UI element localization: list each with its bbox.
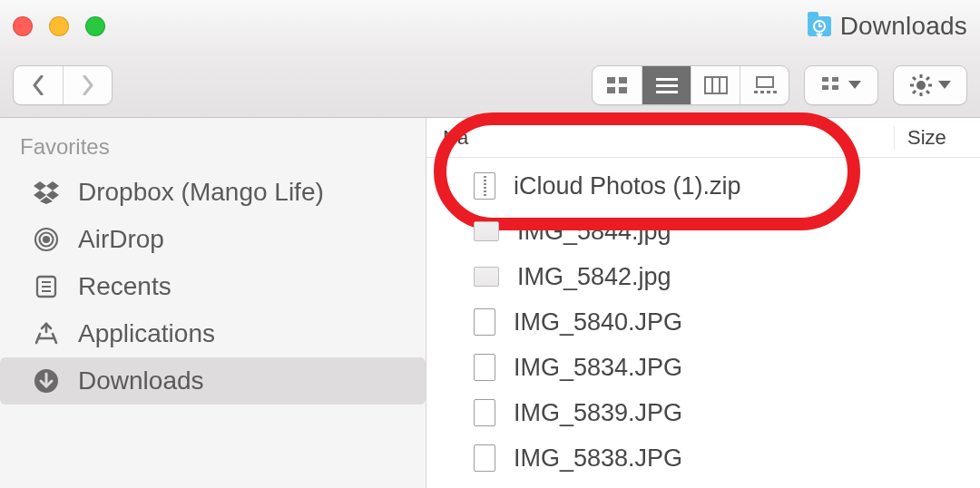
column-header-size-label: Size	[907, 126, 946, 149]
file-name: IMG_5839.JPG	[514, 399, 682, 427]
sidebar-section-header: Favorites	[0, 134, 426, 169]
file-row[interactable]: IMG_5839.JPG	[426, 390, 980, 435]
file-icon	[474, 444, 495, 472]
folder-icon	[808, 16, 831, 36]
image-file-icon	[474, 221, 499, 241]
forward-button[interactable]	[63, 66, 112, 104]
window-title: Downloads	[840, 12, 967, 41]
view-switcher	[592, 65, 789, 105]
svg-line-28	[913, 91, 916, 93]
svg-rect-7	[656, 91, 678, 93]
sidebar-item-dropbox[interactable]: Dropbox (Mango Life)	[0, 169, 426, 216]
view-gallery-button[interactable]	[740, 66, 789, 104]
sidebar-item-applications[interactable]: Applications	[0, 310, 426, 357]
arrange-menu[interactable]	[804, 65, 878, 105]
back-button[interactable]	[14, 66, 63, 104]
recents-icon	[31, 271, 62, 302]
file-list-pane: Na Size iCloud Photos (1).zip IMG_5844.j…	[426, 118, 980, 488]
zip-file-icon	[474, 172, 495, 200]
file-row[interactable]: iCloud Photos (1).zip	[426, 163, 980, 209]
view-list-button[interactable]	[642, 66, 691, 104]
file-rows: iCloud Photos (1).zip IMG_5844.jpg IMG_5…	[426, 158, 980, 488]
downloads-icon	[31, 366, 62, 396]
svg-rect-2	[619, 77, 627, 83]
svg-rect-8	[705, 77, 727, 93]
svg-line-25	[913, 77, 916, 80]
action-menu[interactable]	[893, 65, 967, 105]
sidebar-item-recents[interactable]: Recents	[0, 263, 426, 310]
svg-rect-4	[619, 87, 627, 93]
view-column-button[interactable]	[691, 66, 740, 104]
file-row[interactable]: IMG_5842.jpg	[426, 254, 980, 299]
sidebar-item-label: Recents	[78, 272, 172, 301]
dropbox-icon	[31, 177, 62, 208]
svg-marker-30	[46, 181, 59, 190]
sidebar-item-label: Downloads	[78, 366, 204, 395]
svg-point-20	[916, 81, 926, 90]
column-headers: Na Size	[426, 118, 980, 158]
zoom-window-button[interactable]	[85, 16, 105, 36]
svg-rect-13	[760, 91, 764, 93]
sidebar: Favorites Dropbox (Mango Life) AirDrop R…	[0, 118, 426, 488]
svg-rect-5	[656, 78, 678, 81]
file-icon	[474, 399, 495, 426]
view-icon-button[interactable]	[593, 66, 642, 104]
svg-rect-19	[832, 85, 838, 90]
svg-line-26	[926, 91, 929, 93]
file-name: iCloud Photos (1).zip	[514, 172, 741, 200]
toolbar	[0, 53, 980, 118]
applications-icon	[31, 318, 62, 349]
action-button[interactable]	[894, 66, 966, 104]
svg-marker-29	[34, 181, 46, 190]
svg-rect-12	[754, 91, 758, 93]
svg-rect-14	[767, 91, 770, 93]
arrange-button[interactable]	[805, 66, 877, 104]
svg-rect-11	[757, 77, 773, 87]
sidebar-item-downloads[interactable]: Downloads	[0, 357, 426, 405]
file-name: IMG_5844.jpg	[517, 218, 671, 246]
file-row[interactable]: IMG_5840.JPG	[426, 299, 980, 345]
sidebar-item-label: AirDrop	[78, 225, 164, 254]
svg-point-36	[44, 237, 49, 242]
column-header-name[interactable]: Na	[426, 126, 894, 150]
sidebar-item-label: Applications	[78, 319, 215, 348]
close-window-button[interactable]	[13, 16, 33, 36]
file-name: IMG_5840.JPG	[514, 308, 682, 337]
airdrop-icon	[31, 224, 62, 255]
svg-rect-17	[832, 77, 838, 82]
file-row[interactable]: IMG_5838.JPG	[426, 435, 980, 481]
minimize-window-button[interactable]	[49, 16, 69, 36]
file-name: IMG_5838.JPG	[514, 444, 682, 473]
file-icon	[474, 354, 495, 381]
column-header-size[interactable]: Size	[894, 126, 980, 150]
svg-rect-18	[822, 85, 828, 90]
nav-buttons	[13, 65, 113, 105]
chevron-down-icon	[848, 81, 861, 89]
file-name: IMG_5842.jpg	[517, 263, 671, 291]
column-header-name-label: Na	[443, 126, 468, 149]
sidebar-item-label: Dropbox (Mango Life)	[78, 178, 324, 207]
svg-rect-1	[607, 77, 615, 83]
svg-line-27	[926, 77, 929, 80]
svg-rect-3	[607, 87, 615, 93]
window-controls	[13, 16, 105, 36]
file-name: IMG_5834.JPG	[514, 354, 682, 382]
svg-rect-6	[656, 84, 678, 87]
titlebar: Downloads	[0, 0, 980, 53]
image-file-icon	[474, 267, 499, 287]
chevron-down-icon	[938, 81, 951, 89]
file-row[interactable]: IMG_5844.jpg	[426, 209, 980, 254]
file-row[interactable]: IMG_5834.JPG	[426, 345, 980, 390]
file-icon	[474, 308, 495, 336]
svg-rect-15	[773, 91, 777, 93]
svg-rect-16	[822, 77, 828, 82]
sidebar-item-airdrop[interactable]: AirDrop	[0, 216, 426, 263]
